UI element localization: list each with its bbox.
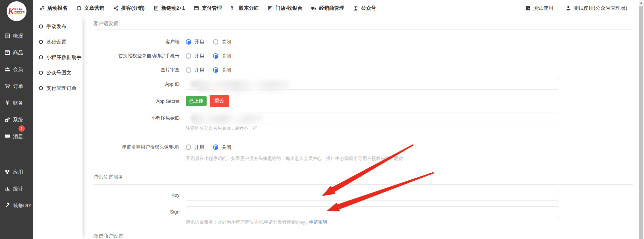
section-divider [93, 29, 633, 30]
topnav-item-label: 活动报名 [47, 5, 67, 11]
topnav-item-label: 门店-收银台 [275, 5, 302, 11]
uploaded-button[interactable]: 已上传 [186, 96, 207, 106]
form-icon [153, 5, 159, 11]
cubes-icon [4, 169, 10, 175]
radio-option-off[interactable]: 关闭 [213, 67, 231, 73]
form-row-sign: Sign 腾讯位置服务：此处为小程序定位功能,申请开发者密钥(Key), 申请密… [93, 206, 633, 225]
radio-icon[interactable] [213, 144, 218, 150]
radio-icon[interactable] [213, 67, 218, 73]
topnav-item-activity-signup[interactable]: 活动报名 [39, 5, 67, 11]
product-box-icon [4, 50, 10, 56]
topnav-item-label: 推客(分销) [121, 5, 145, 11]
form-row-client: 客户端 开启 关闭 [93, 37, 633, 47]
topnav-item-store-cashier[interactable]: 门店-收银台 [267, 5, 302, 11]
submenu-item-label: 公众号图文 [46, 70, 71, 76]
sidebar-item-goods[interactable]: 商品 [0, 44, 33, 61]
radio-option-off[interactable]: 关闭 [213, 53, 231, 59]
account-menu[interactable]: 测试使用(公众号管理员) [566, 5, 627, 11]
scrollbar-thumb[interactable] [639, 6, 643, 239]
submenu-item-official-account-articles[interactable]: 公众号图文 [33, 65, 83, 80]
sidebar-item-orders[interactable]: 订单 [0, 78, 33, 95]
sidebar-item-decorate-diy[interactable]: 装修DIY [0, 197, 33, 214]
image-review-switch: 开启 关闭 [186, 67, 231, 73]
sidebar-item-label: 统计 [13, 186, 23, 192]
sidebar-item-overview[interactable]: 概况 [0, 27, 33, 44]
circle-o-icon [39, 71, 43, 75]
sidebar-item-apps[interactable]: 应用 [0, 164, 33, 180]
popup-guide-note: 开启后在小程序访问，如果用户没有头像昵称的，每次进入会员中心、推广中心弹窗引导用… [186, 156, 633, 162]
field-label: 客户端 [93, 39, 186, 45]
circle-icon [76, 5, 82, 11]
app-id-input[interactable] [186, 79, 559, 89]
radio-icon[interactable] [186, 67, 191, 73]
logo-line2: 阅读研学馆 [14, 11, 24, 13]
radio-icon[interactable] [186, 144, 191, 150]
chat-icon [4, 133, 10, 139]
form-row-image-review: 图片审查 开启 关闭 [93, 65, 633, 75]
radio-option-on[interactable]: 开启 [186, 67, 204, 73]
field-label: 首次授权登录自动绑定手机号 [93, 53, 186, 59]
field-label: Key [93, 192, 186, 198]
key-input[interactable] [186, 190, 559, 200]
yen-icon: ¥ [4, 100, 10, 106]
submenu-item-miniprogram-data-assistant[interactable]: 小程序数据助手 [33, 50, 83, 65]
radio-icon[interactable] [213, 39, 218, 45]
topnav-item-shareholder-dividend[interactable]: ¥ 股东分红 [230, 5, 259, 11]
logo-letter: K [8, 7, 14, 15]
primary-sidebar: K 新华康健 阅读研学馆 概况 商品 会员 订单 ¥ 财务 [0, 0, 33, 239]
top-bar: 活动报名 文章营销 推客(分销) 新链动2+1 支付管理 ¥ 股东分红 [33, 0, 639, 16]
bind-phone-switch: 开启 关闭 [186, 53, 231, 59]
gears-icon [4, 117, 10, 123]
topnav-item-official-account[interactable]: 公众号 [353, 5, 376, 11]
topnav-item-dealer-management[interactable]: 经销商管理 [311, 5, 344, 11]
circle-o-icon [39, 86, 43, 90]
sidebar-item-messages[interactable]: 消息 1 [0, 128, 33, 145]
apply-key-link[interactable]: 申请密钥 [309, 220, 327, 225]
radio-option-on[interactable]: 开启 [186, 53, 204, 59]
radio-icon[interactable] [186, 53, 191, 59]
radio-option-on[interactable]: 开启 [186, 144, 204, 151]
topnav-item-article-marketing[interactable]: 文章营销 [76, 5, 104, 11]
pos-icon [267, 5, 273, 11]
users-icon [4, 66, 10, 72]
section-title-tencent-location: 腾讯位置服务 [93, 174, 633, 180]
radio-icon[interactable] [186, 39, 191, 45]
reset-button[interactable]: 重设 [210, 95, 229, 107]
topnav-item-new-chain-2plus1[interactable]: 新链动2+1 [153, 5, 185, 11]
sidebar-item-label: 消息 [13, 133, 23, 140]
sidebar-item-label: 应用 [13, 169, 23, 175]
client-switch: 开启 关闭 [186, 39, 231, 45]
circle-o-icon [39, 40, 43, 44]
sidebar-item-stats[interactable]: 统计 [0, 180, 33, 197]
page-scrollbar[interactable] [639, 0, 644, 239]
test-use-menu[interactable]: 测试使用 [525, 5, 553, 11]
settings-form: 客户端设置 客户端 开启 关闭 首次授权登录自动绑定手机号 [83, 16, 639, 239]
yen-icon: ¥ [230, 5, 236, 11]
section-divider [93, 184, 633, 185]
sidebar-item-label: 概况 [13, 33, 23, 39]
radio-option-off[interactable]: 关闭 [213, 144, 231, 151]
logo-underline [14, 13, 22, 14]
submenu-item-manual-publish[interactable]: 手动发布 [33, 19, 83, 34]
field-label: 图片审查 [93, 67, 186, 73]
radio-option-off[interactable]: 关闭 [213, 39, 231, 45]
truck-icon [311, 5, 317, 11]
original-id-input[interactable] [186, 113, 559, 123]
sidebar-item-system[interactable]: 系统 [0, 111, 33, 128]
topnav-item-label: 文章营销 [84, 5, 104, 11]
submenu-item-label: 小程序数据助手 [46, 54, 82, 61]
popup-guide-switch: 开启 关闭 [186, 142, 633, 153]
sidebar-item-label: 财务 [13, 100, 23, 106]
sign-input[interactable] [186, 207, 559, 217]
field-label: App Secret [93, 99, 186, 104]
topnav-item-distribution[interactable]: 推客(分销) [113, 5, 145, 11]
radio-option-on[interactable]: 开启 [186, 39, 204, 45]
scrollbar-up-arrow-icon[interactable] [639, 0, 644, 6]
form-row-app-secret: App Secret 已上传 重设 [93, 95, 633, 107]
submenu-item-payment-orders[interactable]: 支付管理订单 [33, 80, 83, 96]
topnav-item-payment-management[interactable]: 支付管理 [194, 5, 222, 11]
submenu-item-basic-settings[interactable]: 基础设置 [33, 34, 83, 50]
sidebar-item-finance[interactable]: ¥ 财务 [0, 95, 33, 111]
radio-icon[interactable] [213, 53, 218, 59]
sidebar-item-members[interactable]: 会员 [0, 61, 33, 78]
